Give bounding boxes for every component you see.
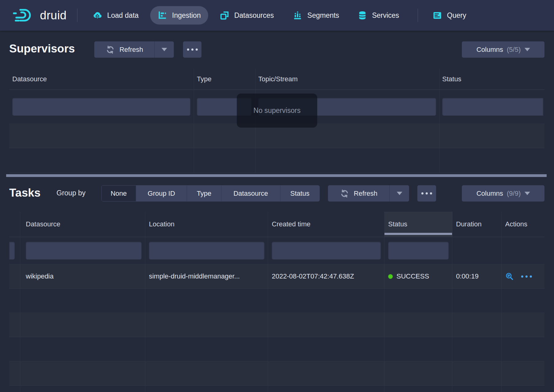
nav-item-label: Ingestion — [172, 11, 201, 20]
sup-col-topic-stream[interactable]: Topic/Stream — [256, 69, 439, 90]
task-status-filter-input[interactable] — [388, 242, 449, 259]
tasks-filter-row — [9, 237, 544, 264]
druid-logo-icon — [13, 8, 35, 22]
tasks-refresh-caret-button[interactable] — [389, 185, 409, 202]
nav-item-services[interactable]: Services — [351, 6, 406, 25]
table-row — [9, 386, 544, 392]
columns-count: (5/5) — [507, 46, 521, 54]
tasks-columns-button[interactable]: Columns (9/9) — [462, 185, 544, 202]
refresh-label: Refresh — [119, 46, 143, 54]
task-col-datasource[interactable]: Datasource — [20, 212, 145, 237]
cloud-upload-icon — [93, 11, 102, 20]
nav-divider — [77, 9, 77, 22]
gantt-chart-icon — [158, 11, 167, 20]
supervisors-more-button[interactable] — [183, 41, 201, 58]
table-row — [9, 289, 544, 313]
group-by-group-id-button[interactable]: Group ID — [136, 186, 187, 201]
status-text: SUCCESS — [396, 272, 429, 280]
nav-item-label: Load data — [107, 11, 138, 20]
task-datasource-value: wikipedia — [20, 264, 145, 288]
task-col-created-time[interactable]: Created time — [268, 212, 384, 237]
tasks-title: Tasks — [9, 186, 41, 199]
supervisors-horizontal-scrollbar[interactable] — [6, 174, 547, 177]
task-detail-button[interactable] — [505, 272, 514, 281]
columns-label: Columns — [476, 46, 503, 54]
bar-chart-icon — [293, 11, 302, 20]
more-icon — [421, 192, 432, 194]
nav-item-label: Services — [372, 11, 399, 20]
supervisors-refresh-split: Refresh — [94, 41, 174, 58]
console-icon — [433, 11, 442, 20]
stacked-panels-icon — [220, 11, 229, 20]
task-col-sliver — [9, 212, 20, 237]
nav-item-load-data[interactable]: Load data — [85, 6, 146, 25]
nav-item-segments[interactable]: Segments — [286, 6, 347, 25]
task-row-wikipedia: wikipedia simple-druid-middlemanager... … — [9, 264, 544, 289]
nav-item-label: Query — [447, 11, 466, 20]
more-icon — [187, 48, 198, 51]
supervisors-title: Supervisors — [9, 42, 75, 55]
task-status-value: SUCCESS — [384, 264, 452, 288]
group-by-none-button[interactable]: None — [102, 186, 136, 201]
caret-down-icon — [397, 192, 402, 195]
sup-col-type[interactable]: Type — [194, 69, 256, 90]
nav-item-datasources[interactable]: Datasources — [213, 6, 281, 25]
druid-console: druid Load data Ingestion Dat — [0, 0, 554, 392]
tasks-more-button[interactable] — [417, 185, 436, 202]
group-by-button-group: None Group ID Type Datasource Status — [101, 185, 320, 202]
group-by-label: Group by — [57, 189, 86, 197]
task-created-time-value: 2022-08-02T07:42:47.638Z — [268, 264, 384, 288]
search-detail-icon — [505, 272, 514, 281]
navbar: druid Load data Ingestion Dat — [0, 0, 554, 31]
tasks-table: Datasource Location Created time Status … — [9, 212, 544, 392]
table-row — [9, 361, 544, 386]
task-created-time-filter-input[interactable] — [272, 242, 381, 259]
nav-item-label: Datasources — [234, 11, 274, 20]
caret-down-icon — [525, 192, 530, 195]
refresh-icon — [340, 189, 349, 198]
table-row — [9, 313, 544, 337]
no-supervisors-message: No supervisors — [237, 94, 317, 128]
task-more-actions-button[interactable] — [521, 275, 532, 278]
task-col-duration[interactable]: Duration — [452, 212, 501, 237]
table-row — [9, 337, 544, 361]
task-duration-value: 0:00:19 — [452, 264, 501, 288]
tasks-refresh-button[interactable]: Refresh — [328, 185, 389, 202]
supervisors-refresh-caret-button[interactable] — [154, 41, 174, 58]
supervisors-refresh-button[interactable]: Refresh — [94, 41, 154, 58]
group-by-status-button[interactable]: Status — [280, 186, 319, 201]
group-by-type-button[interactable]: Type — [187, 186, 221, 201]
columns-label: Columns — [476, 190, 503, 198]
brand[interactable]: druid — [13, 8, 67, 22]
sup-status-filter-input[interactable] — [442, 98, 543, 116]
refresh-label: Refresh — [354, 190, 377, 198]
nav-item-ingestion[interactable]: Ingestion — [150, 6, 208, 25]
refresh-icon — [106, 45, 115, 54]
caret-down-icon — [525, 48, 530, 51]
task-location-value: simple-druid-middlemanager... — [145, 264, 268, 288]
task-col-location[interactable]: Location — [145, 212, 268, 237]
sup-col-status[interactable]: Status — [439, 69, 544, 90]
task-location-filter-input[interactable] — [149, 242, 264, 259]
nav-item-label: Segments — [307, 11, 339, 20]
supervisors-columns-button[interactable]: Columns (5/5) — [462, 41, 544, 58]
tasks-refresh-split: Refresh — [328, 185, 409, 202]
task-datasource-filter-input[interactable] — [26, 242, 142, 259]
brand-text: druid — [40, 9, 67, 22]
table-row — [9, 148, 544, 173]
group-by-datasource-button[interactable]: Datasource — [221, 186, 280, 201]
success-dot-icon — [388, 274, 393, 279]
nav-item-query[interactable]: Query — [425, 6, 474, 25]
columns-count: (9/9) — [507, 190, 521, 198]
tasks-header-row: Datasource Location Created time Status … — [9, 212, 544, 237]
supervisors-header-row: Datasource Type Topic/Stream Status — [9, 69, 544, 90]
database-icon — [358, 11, 367, 20]
sup-col-datasource[interactable]: Datasource — [9, 69, 194, 90]
caret-down-icon — [162, 48, 167, 51]
nav-divider — [418, 9, 418, 22]
task-col-status[interactable]: Status — [384, 212, 452, 237]
task-col-actions[interactable]: Actions — [501, 212, 544, 237]
task-actions — [501, 264, 544, 288]
task-sliver-filter-input[interactable] — [9, 242, 15, 259]
sup-datasource-filter-input[interactable] — [12, 98, 190, 116]
